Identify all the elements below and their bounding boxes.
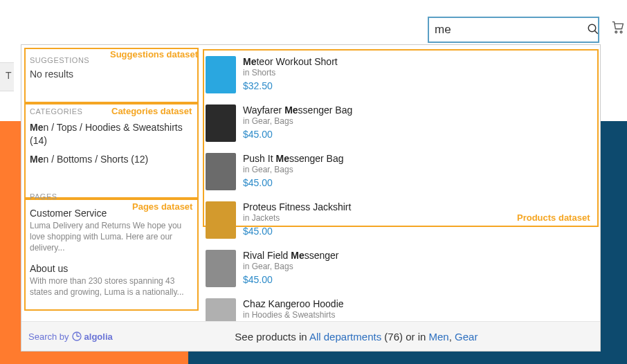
product-item[interactable]: Proteus Fitness Jackshirt in Jackets $45… xyxy=(206,201,399,239)
product-thumb xyxy=(206,201,236,239)
svg-point-0 xyxy=(588,24,596,32)
category-item[interactable]: Men / Bottoms / Shorts (12) xyxy=(30,153,190,166)
product-thumb xyxy=(206,104,236,142)
nav-glyph: T xyxy=(6,70,12,81)
page-title: Customer Service xyxy=(30,208,190,219)
page-item[interactable]: Customer Service Luma Delivery and Retur… xyxy=(30,208,190,254)
product-category: in Hoodies & Sweatshirts xyxy=(243,310,344,320)
search-input[interactable] xyxy=(429,23,587,37)
product-category: in Shorts xyxy=(243,68,338,78)
svg-point-2 xyxy=(615,31,617,33)
product-price: $45.00 xyxy=(243,226,351,237)
product-title: Meteor Workout Short xyxy=(243,56,338,67)
link-men[interactable]: Men xyxy=(429,331,449,343)
product-item[interactable]: Wayfarer Messenger Bag in Gear, Bags $45… xyxy=(206,104,399,142)
page-title: About us xyxy=(30,263,190,274)
product-category: in Gear, Bags xyxy=(243,116,352,126)
product-title: Proteus Fitness Jackshirt xyxy=(243,201,351,212)
pages-header: PAGES xyxy=(30,192,199,201)
nav-strip: T xyxy=(0,62,14,91)
product-title: Chaz Kangeroo Hoodie xyxy=(243,298,344,309)
product-price: $32.50 xyxy=(243,80,338,91)
left-column: SUGGESTIONS No results CATEGORIES Men / … xyxy=(21,45,199,316)
categories-header: CATEGORIES xyxy=(30,107,199,116)
search-bar[interactable] xyxy=(428,17,599,43)
product-price: $45.00 xyxy=(243,129,352,140)
product-title: Push It Messenger Bag xyxy=(243,153,344,164)
suggestions-noresults: No results xyxy=(30,69,190,80)
product-item[interactable]: Rival Field Messenger in Gear, Bags $45.… xyxy=(206,250,399,287)
algolia-icon xyxy=(71,331,82,342)
product-category: in Gear, Bags xyxy=(243,262,339,271)
search-icon[interactable] xyxy=(587,23,599,37)
product-thumb xyxy=(206,250,236,287)
cart-icon[interactable] xyxy=(610,19,626,37)
product-item[interactable]: Meteor Workout Short in Shorts $32.50 xyxy=(206,56,399,93)
product-category: in Gear, Bags xyxy=(243,165,344,174)
footer-see-products: See products in All departments (76) or … xyxy=(113,331,600,343)
page-snippet: Luma Delivery and Returns We hope you lo… xyxy=(30,220,190,254)
svg-line-1 xyxy=(594,30,598,34)
product-price: $45.00 xyxy=(243,274,339,285)
product-title: Wayfarer Messenger Bag xyxy=(243,104,352,116)
svg-point-3 xyxy=(620,31,622,33)
link-all-departments[interactable]: All departments xyxy=(309,331,381,343)
panel-footer: Search by algolia See products in All de… xyxy=(21,321,600,351)
products-column: Meteor Workout Short in Shorts $32.50 Wa… xyxy=(199,45,600,347)
search-by-algolia[interactable]: Search by algolia xyxy=(28,331,113,342)
page-snippet: With more than 230 stores spanning 43 st… xyxy=(30,275,190,298)
autocomplete-panel: Suggestions dataset Categories dataset P… xyxy=(21,44,601,352)
category-item[interactable]: Men / Tops / Hoodies & Sweatshirts (14) xyxy=(30,121,190,147)
product-item[interactable]: Push It Messenger Bag in Gear, Bags $45.… xyxy=(206,153,399,190)
product-title: Rival Field Messenger xyxy=(243,250,339,261)
page-item[interactable]: About us With more than 230 stores spann… xyxy=(30,263,190,298)
suggestions-header: SUGGESTIONS xyxy=(30,56,199,64)
product-category: in Jackets xyxy=(243,213,351,223)
product-thumb xyxy=(206,56,236,93)
product-price: $45.00 xyxy=(243,177,344,188)
link-gear[interactable]: Gear xyxy=(455,331,478,343)
products-grid: Meteor Workout Short in Shorts $32.50 Wa… xyxy=(199,45,600,347)
product-thumb xyxy=(206,153,236,190)
